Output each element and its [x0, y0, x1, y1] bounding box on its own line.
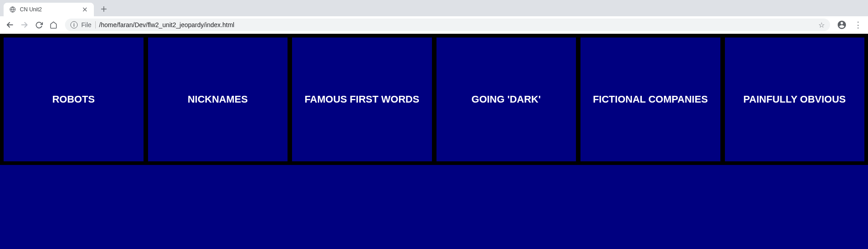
address-bar[interactable]: i File /home/faran/Dev/flw2_unit2_jeopar…	[65, 19, 830, 31]
category-card[interactable]: NICKNAMES	[148, 38, 288, 161]
category-card[interactable]: FAMOUS FIRST WORDS	[292, 38, 432, 161]
category-label: GOING 'DARK'	[472, 94, 541, 105]
toolbar-right: ⋮	[836, 19, 864, 31]
home-button[interactable]	[47, 19, 60, 31]
url-path: /home/faran/Dev/flw2_unit2_jeopardy/inde…	[99, 21, 815, 28]
jeopardy-board: ROBOTS NICKNAMES FAMOUS FIRST WORDS GOIN…	[0, 34, 868, 165]
category-label: FICTIONAL COMPANIES	[593, 94, 708, 105]
reload-button[interactable]	[32, 19, 45, 31]
new-tab-button[interactable]	[97, 3, 110, 15]
page-content: ROBOTS NICKNAMES FAMOUS FIRST WORDS GOIN…	[0, 34, 868, 249]
globe-icon	[9, 6, 16, 13]
category-card[interactable]: FICTIONAL COMPANIES	[580, 38, 720, 161]
menu-button[interactable]: ⋮	[852, 19, 864, 31]
info-icon[interactable]: i	[70, 21, 78, 28]
category-card[interactable]: GOING 'DARK'	[436, 38, 576, 161]
url-scheme: File	[81, 21, 96, 28]
bookmark-star-icon[interactable]: ☆	[818, 21, 825, 29]
category-label: NICKNAMES	[188, 94, 248, 105]
category-label: ROBOTS	[52, 94, 95, 105]
category-label: FAMOUS FIRST WORDS	[305, 94, 419, 105]
profile-button[interactable]	[836, 19, 848, 31]
tab-title: CN Unit2	[20, 6, 78, 13]
browser-chrome: CN Unit2	[0, 0, 868, 34]
close-icon[interactable]	[81, 6, 88, 13]
category-card[interactable]: PAINFULLY OBVIOUS	[725, 38, 865, 161]
tab-bar: CN Unit2	[0, 0, 868, 16]
browser-tab[interactable]: CN Unit2	[4, 3, 94, 16]
forward-button[interactable]	[18, 19, 31, 31]
category-label: PAINFULLY OBVIOUS	[743, 94, 846, 105]
category-card[interactable]: ROBOTS	[4, 38, 144, 161]
browser-toolbar: i File /home/faran/Dev/flw2_unit2_jeopar…	[0, 16, 868, 33]
back-button[interactable]	[4, 19, 16, 31]
